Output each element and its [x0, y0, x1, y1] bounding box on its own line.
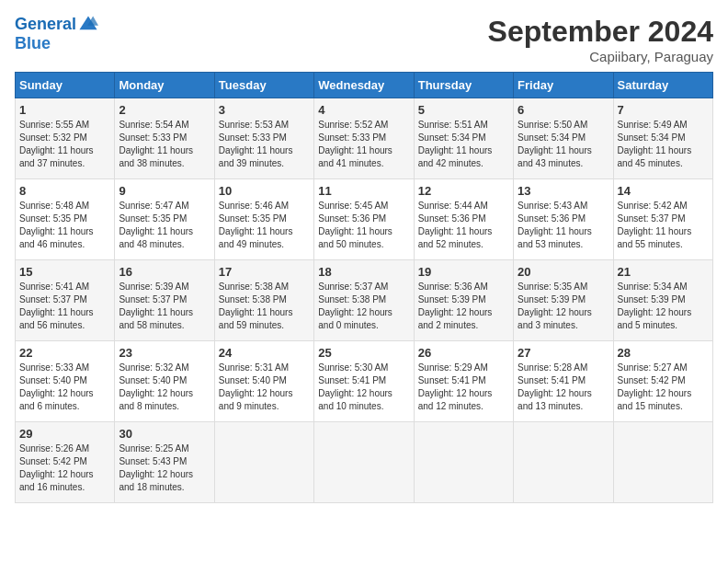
calendar-week-row: 8 Sunrise: 5:48 AM Sunset: 5:35 PM Dayli… [16, 179, 713, 260]
day-number: 17 [219, 265, 310, 279]
calendar-cell: 14 Sunrise: 5:42 AM Sunset: 5:37 PM Dayl… [613, 179, 712, 260]
cell-content: Sunrise: 5:54 AM Sunset: 5:33 PM Dayligh… [119, 119, 210, 170]
day-number: 12 [418, 184, 509, 198]
day-number: 26 [418, 346, 509, 360]
calendar-cell: 27 Sunrise: 5:28 AM Sunset: 5:41 PM Dayl… [514, 341, 613, 422]
cell-content: Sunrise: 5:30 AM Sunset: 5:41 PM Dayligh… [318, 362, 409, 413]
calendar-cell: 17 Sunrise: 5:38 AM Sunset: 5:38 PM Dayl… [214, 260, 313, 341]
cell-content: Sunrise: 5:41 AM Sunset: 5:37 PM Dayligh… [19, 281, 110, 332]
calendar-cell: 23 Sunrise: 5:32 AM Sunset: 5:40 PM Dayl… [115, 341, 214, 422]
cell-content: Sunrise: 5:42 AM Sunset: 5:37 PM Dayligh… [618, 200, 709, 251]
cell-content: Sunrise: 5:33 AM Sunset: 5:40 PM Dayligh… [19, 362, 110, 413]
calendar-cell: 18 Sunrise: 5:37 AM Sunset: 5:38 PM Dayl… [314, 260, 414, 341]
day-number: 15 [19, 265, 110, 279]
weekday-header-sunday: Sunday [16, 73, 115, 98]
day-number: 20 [518, 265, 609, 279]
day-number: 2 [119, 103, 210, 117]
calendar-cell: 1 Sunrise: 5:55 AM Sunset: 5:32 PM Dayli… [16, 98, 115, 179]
calendar-cell [314, 422, 414, 503]
day-number: 3 [219, 103, 310, 117]
day-number: 22 [19, 346, 110, 360]
day-number: 19 [418, 265, 509, 279]
day-number: 25 [318, 346, 409, 360]
cell-content: Sunrise: 5:44 AM Sunset: 5:36 PM Dayligh… [418, 200, 509, 251]
weekday-header-saturday: Saturday [613, 73, 712, 98]
month-title: September 2024 [488, 15, 713, 49]
cell-content: Sunrise: 5:55 AM Sunset: 5:32 PM Dayligh… [19, 119, 110, 170]
cell-content: Sunrise: 5:28 AM Sunset: 5:41 PM Dayligh… [518, 362, 609, 413]
calendar-week-row: 15 Sunrise: 5:41 AM Sunset: 5:37 PM Dayl… [16, 260, 713, 341]
cell-content: Sunrise: 5:32 AM Sunset: 5:40 PM Dayligh… [119, 362, 210, 413]
cell-content: Sunrise: 5:31 AM Sunset: 5:40 PM Dayligh… [219, 362, 310, 413]
calendar-cell: 15 Sunrise: 5:41 AM Sunset: 5:37 PM Dayl… [16, 260, 115, 341]
cell-content: Sunrise: 5:53 AM Sunset: 5:33 PM Dayligh… [219, 119, 310, 170]
calendar-cell: 16 Sunrise: 5:39 AM Sunset: 5:37 PM Dayl… [115, 260, 214, 341]
logo-text2: Blue [15, 35, 98, 53]
cell-content: Sunrise: 5:46 AM Sunset: 5:35 PM Dayligh… [219, 200, 310, 251]
cell-content: Sunrise: 5:37 AM Sunset: 5:38 PM Dayligh… [318, 281, 409, 332]
calendar-cell: 9 Sunrise: 5:47 AM Sunset: 5:35 PM Dayli… [115, 179, 214, 260]
calendar-cell: 26 Sunrise: 5:29 AM Sunset: 5:41 PM Dayl… [414, 341, 513, 422]
day-number: 21 [618, 265, 709, 279]
calendar-table: SundayMondayTuesdayWednesdayThursdayFrid… [15, 72, 713, 503]
day-number: 14 [618, 184, 709, 198]
day-number: 4 [318, 103, 409, 117]
calendar-cell: 12 Sunrise: 5:44 AM Sunset: 5:36 PM Dayl… [414, 179, 513, 260]
calendar-cell: 5 Sunrise: 5:51 AM Sunset: 5:34 PM Dayli… [414, 98, 513, 179]
calendar-cell: 10 Sunrise: 5:46 AM Sunset: 5:35 PM Dayl… [214, 179, 313, 260]
calendar-cell: 7 Sunrise: 5:49 AM Sunset: 5:34 PM Dayli… [613, 98, 712, 179]
cell-content: Sunrise: 5:36 AM Sunset: 5:39 PM Dayligh… [418, 281, 509, 332]
cell-content: Sunrise: 5:43 AM Sunset: 5:36 PM Dayligh… [518, 200, 609, 251]
day-number: 9 [119, 184, 210, 198]
calendar-cell: 24 Sunrise: 5:31 AM Sunset: 5:40 PM Dayl… [214, 341, 313, 422]
weekday-header-wednesday: Wednesday [314, 73, 414, 98]
calendar-cell [214, 422, 313, 503]
day-number: 1 [19, 103, 110, 117]
page-header: General Blue September 2024 Capiibary, P… [15, 15, 713, 64]
title-section: September 2024 Capiibary, Paraguay [488, 15, 713, 64]
calendar-cell: 28 Sunrise: 5:27 AM Sunset: 5:42 PM Dayl… [613, 341, 712, 422]
calendar-cell: 22 Sunrise: 5:33 AM Sunset: 5:40 PM Dayl… [16, 341, 115, 422]
calendar-cell: 19 Sunrise: 5:36 AM Sunset: 5:39 PM Dayl… [414, 260, 513, 341]
day-number: 24 [219, 346, 310, 360]
logo: General Blue [15, 15, 98, 53]
calendar-cell: 11 Sunrise: 5:45 AM Sunset: 5:36 PM Dayl… [314, 179, 414, 260]
cell-content: Sunrise: 5:52 AM Sunset: 5:33 PM Dayligh… [318, 119, 409, 170]
weekday-header-thursday: Thursday [414, 73, 513, 98]
calendar-cell [514, 422, 613, 503]
day-number: 10 [219, 184, 310, 198]
cell-content: Sunrise: 5:29 AM Sunset: 5:41 PM Dayligh… [418, 362, 509, 413]
calendar-week-row: 22 Sunrise: 5:33 AM Sunset: 5:40 PM Dayl… [16, 341, 713, 422]
day-number: 18 [318, 265, 409, 279]
day-number: 5 [418, 103, 509, 117]
calendar-week-row: 29 Sunrise: 5:26 AM Sunset: 5:42 PM Dayl… [16, 422, 713, 503]
calendar-cell: 13 Sunrise: 5:43 AM Sunset: 5:36 PM Dayl… [514, 179, 613, 260]
cell-content: Sunrise: 5:50 AM Sunset: 5:34 PM Dayligh… [518, 119, 609, 170]
calendar-cell [613, 422, 712, 503]
cell-content: Sunrise: 5:45 AM Sunset: 5:36 PM Dayligh… [318, 200, 409, 251]
day-number: 23 [119, 346, 210, 360]
calendar-cell: 3 Sunrise: 5:53 AM Sunset: 5:33 PM Dayli… [214, 98, 313, 179]
calendar-cell: 30 Sunrise: 5:25 AM Sunset: 5:43 PM Dayl… [115, 422, 214, 503]
calendar-body: 1 Sunrise: 5:55 AM Sunset: 5:32 PM Dayli… [16, 98, 713, 503]
cell-content: Sunrise: 5:34 AM Sunset: 5:39 PM Dayligh… [618, 281, 709, 332]
day-number: 7 [618, 103, 709, 117]
day-number: 16 [119, 265, 210, 279]
weekday-header-monday: Monday [115, 73, 214, 98]
cell-content: Sunrise: 5:27 AM Sunset: 5:42 PM Dayligh… [618, 362, 709, 413]
calendar-cell: 8 Sunrise: 5:48 AM Sunset: 5:35 PM Dayli… [16, 179, 115, 260]
day-number: 30 [119, 427, 210, 441]
calendar-cell: 2 Sunrise: 5:54 AM Sunset: 5:33 PM Dayli… [115, 98, 214, 179]
cell-content: Sunrise: 5:35 AM Sunset: 5:39 PM Dayligh… [518, 281, 609, 332]
day-number: 11 [318, 184, 409, 198]
day-number: 8 [19, 184, 110, 198]
cell-content: Sunrise: 5:25 AM Sunset: 5:43 PM Dayligh… [119, 442, 210, 494]
cell-content: Sunrise: 5:49 AM Sunset: 5:34 PM Dayligh… [618, 119, 709, 170]
logo-icon [78, 15, 98, 35]
day-number: 28 [618, 346, 709, 360]
weekday-header-tuesday: Tuesday [214, 73, 313, 98]
logo-text: General [15, 15, 98, 35]
calendar-week-row: 1 Sunrise: 5:55 AM Sunset: 5:32 PM Dayli… [16, 98, 713, 179]
cell-content: Sunrise: 5:51 AM Sunset: 5:34 PM Dayligh… [418, 119, 509, 170]
calendar-header-row: SundayMondayTuesdayWednesdayThursdayFrid… [16, 73, 713, 98]
